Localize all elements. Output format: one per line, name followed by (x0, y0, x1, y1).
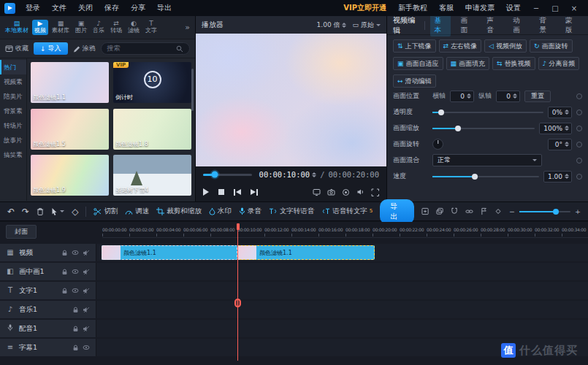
step-up-icon[interactable] (342, 23, 346, 25)
undo-button[interactable]: ↶ (7, 207, 15, 216)
lock-icon[interactable] (72, 307, 79, 313)
position-x-stepper[interactable]: 0 (450, 91, 474, 102)
tab-animation[interactable]: 动画 (508, 15, 530, 36)
keyframe-icon[interactable] (576, 126, 582, 131)
fit-screen-button[interactable]: ▣画面自适应 (393, 57, 443, 70)
mute-icon[interactable] (83, 288, 90, 294)
rotate-button[interactable]: ↻画面旋转 (530, 39, 573, 53)
flag-icon[interactable] (481, 207, 487, 215)
doodle-button[interactable]: 涂鸦 (73, 44, 96, 53)
mute-icon[interactable] (83, 269, 90, 275)
rotation-stepper[interactable]: 0° (548, 139, 572, 150)
fullscreen-icon[interactable] (371, 188, 379, 196)
time-step-up-icon[interactable] (312, 172, 316, 174)
keyframe-icon[interactable] (576, 142, 582, 147)
detach-audio-button[interactable]: ♪分离音频 (538, 57, 580, 70)
minimize-button[interactable]: ─ (527, 4, 546, 12)
scale-slider[interactable] (432, 128, 535, 129)
lock-icon[interactable] (72, 345, 79, 351)
rotation-knob[interactable] (432, 139, 443, 150)
track-lane[interactable] (96, 320, 588, 337)
export-button[interactable]: 导出 (380, 199, 413, 224)
menu-invoice[interactable]: 申请发票 (465, 3, 495, 13)
eye-icon[interactable] (72, 269, 79, 274)
keyframe-icon[interactable] (576, 110, 582, 115)
playhead-handle[interactable] (234, 299, 241, 307)
menu-save[interactable]: 保存 (104, 3, 119, 13)
asset-thumbnail[interactable]: 圣诞树下雪4 (113, 155, 191, 196)
tab-basic[interactable]: 基本 (430, 15, 451, 36)
screen-icon[interactable] (313, 188, 321, 196)
menu-export[interactable]: 导出 (157, 3, 172, 13)
lock-icon[interactable] (61, 250, 68, 256)
maximize-button[interactable]: □ (546, 4, 565, 12)
search-input[interactable]: 搜索 (101, 42, 190, 55)
eye-icon[interactable] (72, 288, 79, 293)
library-tab-music[interactable]: ♪ 音乐 (91, 20, 107, 35)
next-frame-button[interactable] (251, 189, 258, 196)
playback-speed-select[interactable]: 1.00 倍 (317, 20, 347, 30)
flip-horizontal-button[interactable]: ⇄左右镜像 (439, 39, 482, 53)
menu-share[interactable]: 分享 (131, 3, 145, 13)
library-tab-video[interactable]: ▶ 视频 (32, 20, 48, 35)
mute-icon[interactable] (83, 250, 90, 256)
stop-button[interactable] (218, 189, 224, 195)
asset-thumbnail[interactable]: 颜色滤镜1.8 (113, 109, 191, 150)
asset-thumbnail[interactable]: 颜色滤镜1.5 (31, 109, 109, 150)
track-lane[interactable] (96, 282, 588, 299)
speed-slider[interactable] (432, 176, 539, 177)
keyframe-icon[interactable] (576, 174, 582, 180)
track-header[interactable]: T 文字1 (0, 282, 96, 299)
speed-tool-button[interactable]: 调速 (125, 207, 149, 216)
scrollbar[interactable] (191, 69, 194, 111)
library-tab-text[interactable]: T 文字 (143, 20, 159, 35)
menu-settings[interactable]: 设置 (506, 3, 521, 13)
time-step-down-icon[interactable] (312, 175, 316, 177)
close-button[interactable]: × (565, 4, 584, 12)
magnet-icon[interactable] (451, 207, 458, 215)
flip-vertical-button[interactable]: ⇅上下镜像 (393, 39, 436, 53)
select-tool-button[interactable] (51, 207, 64, 215)
opacity-slider[interactable] (432, 112, 543, 113)
play-button[interactable] (203, 188, 209, 196)
record-icon[interactable] (342, 188, 350, 196)
slide-edit-button[interactable]: ↔滑动编辑 (393, 74, 436, 88)
blend-mode-select[interactable]: 正常 (432, 154, 542, 166)
track-header[interactable]: ≡ 字幕1 (0, 339, 96, 356)
add-track-icon[interactable] (421, 207, 429, 215)
menu-support[interactable]: 客服 (439, 3, 454, 13)
library-tab-image[interactable]: ▣ 图片 (73, 20, 89, 35)
category-item[interactable]: 搞笑素 (0, 147, 26, 162)
track-header[interactable]: ◧ 画中画1 (0, 263, 96, 280)
scale-stepper[interactable]: 100% (539, 123, 572, 134)
speech-to-text-button[interactable]: 语音转文字 5 (321, 207, 373, 216)
previous-frame-button[interactable] (234, 189, 241, 196)
eye-icon[interactable] (83, 345, 90, 350)
menu-file[interactable]: 文件 (52, 3, 66, 13)
step-down-icon[interactable] (342, 26, 346, 28)
redo-button[interactable]: ↷ (22, 207, 29, 216)
zoom-in-icon[interactable]: + (575, 207, 581, 215)
tab-audio[interactable]: 声音 (482, 15, 503, 36)
track-lane[interactable] (96, 263, 588, 280)
delete-button[interactable] (37, 207, 44, 216)
lock-icon[interactable] (61, 288, 68, 294)
track-header[interactable]: ♪ 音乐1 (0, 301, 96, 318)
more-tabs-chevron-icon[interactable]: » (183, 23, 192, 32)
layers-icon[interactable] (436, 207, 443, 215)
category-item[interactable]: 故事片 (0, 133, 26, 147)
zoom-out-icon[interactable]: − (509, 207, 515, 215)
tab-mask[interactable]: 蒙版 (561, 15, 582, 36)
asset-thumbnail[interactable]: VIP 10 倒计时 (113, 62, 191, 103)
menu-login[interactable]: 登录 (26, 3, 40, 13)
category-item-hot[interactable]: 热门 (0, 60, 26, 74)
fill-screen-button[interactable]: ▦画面填充 (446, 57, 490, 70)
menu-tutorial[interactable]: 新手教程 (398, 3, 427, 13)
library-tab-local[interactable]: ▤ 本地素材 (3, 20, 31, 35)
replace-video-button[interactable]: ⇆替换视频 (492, 57, 535, 70)
category-item[interactable]: 视频素 (0, 74, 26, 89)
reverse-video-button[interactable]: ◁视频倒放 (484, 39, 527, 53)
asset-thumbnail[interactable]: 颜色滤镜1.9 (31, 155, 109, 196)
timeline-clip-selected[interactable]: 颜色滤镜1.1 (237, 245, 375, 260)
timeline-zoom-slider[interactable] (519, 211, 570, 212)
